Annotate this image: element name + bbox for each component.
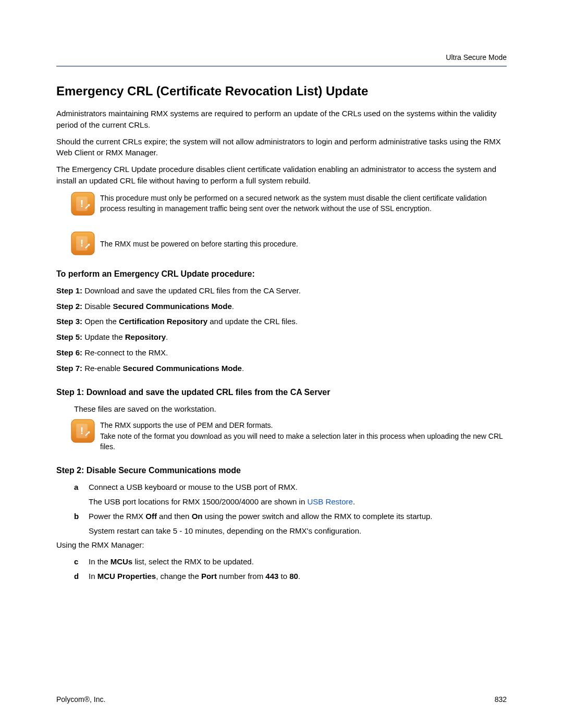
warning-icon: ! (71, 231, 95, 255)
intro-paragraph: Administrators maintaining RMX systems a… (56, 108, 507, 131)
step-text: Re-connect to the RMX. (82, 348, 168, 357)
substep-text: In the MCUs list, select the RMX to be u… (89, 556, 507, 567)
step-label: Step 1: (56, 286, 82, 295)
step-item: Step 1: Download and save the updated CR… (56, 285, 507, 297)
step-item: Step 7: Re-enable Secured Communications… (56, 363, 507, 374)
step-label: Step 6: (56, 348, 82, 357)
substep-letter: a (74, 482, 89, 493)
document-page: Ultra Secure Mode Emergency CRL (Certifi… (0, 0, 563, 728)
substep-a-continuation: The USB port locations for RMX 1500/2000… (89, 496, 507, 508)
substep-text: Power the RMX Off and then On using the … (89, 511, 507, 522)
step-label: Step 5: (56, 332, 82, 341)
warning-text: The RMX supports the use of PEM and DER … (100, 419, 507, 452)
step-item: Step 3: Open the Certification Repositor… (56, 316, 507, 327)
using-manager-text: Using the RMX Manager: (56, 539, 507, 551)
step-label: Step 2: (56, 302, 82, 311)
step-item: Step 6: Re-connect to the RMX. (56, 347, 507, 359)
substep-letter: c (74, 556, 89, 567)
page-footer: Polycom®, Inc. 832 (56, 694, 507, 705)
step-item: Step 2: Disable Secured Communications M… (56, 301, 507, 312)
step-label: Step 3: (56, 317, 82, 326)
svg-text:!: ! (80, 426, 83, 436)
step-item: Step 5: Update the Repository. (56, 331, 507, 343)
substep-text: Connect a USB keyboard or mouse to the U… (89, 482, 507, 493)
step1-detail: These files are saved on the workstation… (74, 403, 507, 415)
warning-note: ! The RMX supports the use of PEM and DE… (56, 419, 507, 452)
step-label: Step 7: (56, 364, 82, 373)
warning-icon: ! (71, 192, 95, 216)
svg-text:!: ! (80, 238, 83, 249)
intro-paragraph: The Emergency CRL Update procedure disab… (56, 164, 507, 187)
svg-text:!: ! (80, 199, 83, 209)
substep-d: d In MCU Properties, change the Port num… (74, 571, 507, 582)
footer-page-number: 832 (495, 694, 507, 705)
substep-b-continuation: System restart can take 5 - 10 minutes, … (89, 525, 507, 537)
warning-note: ! This procedure must only be performed … (56, 192, 507, 216)
substep-a: a Connect a USB keyboard or mouse to the… (74, 482, 507, 493)
substep-letter: b (74, 511, 89, 522)
intro-paragraph: Should the current CRLs expire; the syst… (56, 136, 507, 159)
step1-heading: Step 1: Download and save the updated CR… (56, 386, 507, 398)
step2-heading: Step 2: Disable Secure Communications mo… (56, 464, 507, 476)
substep-c: c In the MCUs list, select the RMX to be… (74, 556, 507, 567)
page-header-right: Ultra Secure Mode (56, 52, 507, 63)
procedure-heading: To perform an Emergency CRL Update proce… (56, 268, 507, 280)
warning-note: ! The RMX must be powered on before star… (56, 231, 507, 255)
footer-company: Polycom®, Inc. (56, 694, 105, 705)
page-title: Emergency CRL (Certificate Revocation Li… (56, 82, 507, 101)
substep-letter: d (74, 571, 89, 582)
warning-text: This procedure must only be performed on… (100, 192, 507, 214)
header-rule (56, 66, 507, 67)
step-text: Download and save the updated CRL files … (82, 286, 301, 295)
warning-icon: ! (71, 419, 95, 443)
substep-text: In MCU Properties, change the Port numbe… (89, 571, 507, 582)
usb-restore-link[interactable]: USB Restore (307, 497, 353, 506)
substep-b: b Power the RMX Off and then On using th… (74, 511, 507, 522)
warning-text: The RMX must be powered on before starti… (100, 231, 298, 249)
